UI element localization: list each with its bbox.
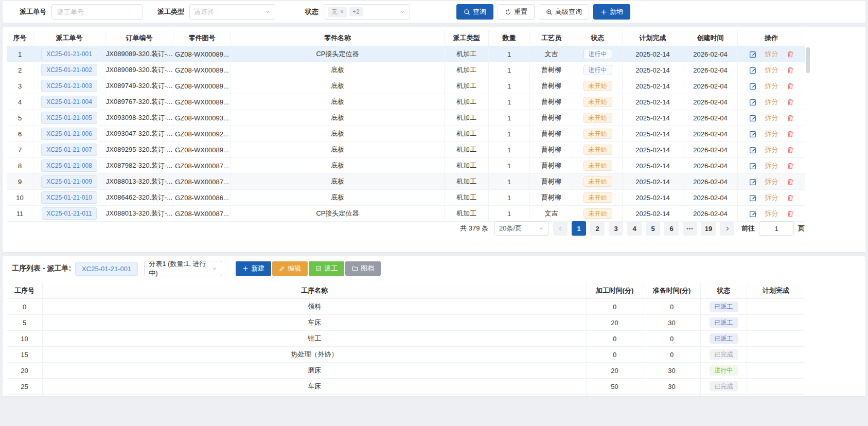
order-no-tag[interactable]: XC25-01-21-008 — [41, 159, 97, 172]
split-link[interactable]: 拆分 — [765, 209, 778, 218]
col-status: 状态 — [573, 30, 623, 46]
trash-icon[interactable] — [787, 98, 794, 106]
process-row[interactable]: 20 磨床 20 30 进行中 — [7, 363, 805, 379]
order-no-tag[interactable]: XC25-01-21-001 — [41, 48, 97, 60]
page-number-button[interactable]: 6 — [664, 221, 679, 236]
cell-part-no: GZ08-WX00089... — [173, 94, 231, 110]
split-link[interactable]: 拆分 — [765, 113, 778, 122]
page-number-button[interactable]: 5 — [646, 221, 660, 236]
split-link[interactable]: 拆分 — [765, 97, 778, 106]
cell-create-date: 2026-02-04 — [683, 110, 738, 126]
next-page-button[interactable] — [720, 221, 734, 236]
edit-icon[interactable] — [749, 82, 757, 90]
order-no-tag[interactable]: XC25-01-21-002 — [41, 64, 97, 76]
close-icon[interactable]: × — [340, 8, 344, 15]
order-no-tag[interactable]: XC25-01-21-006 — [41, 128, 97, 140]
split-link[interactable]: 拆分 — [765, 49, 778, 59]
cell-qty: 1 — [489, 62, 530, 78]
cell-operations: 拆分 — [738, 174, 805, 189]
split-link[interactable]: 拆分 — [765, 145, 778, 154]
filter-actions: 查询 重置 高级查询 新增 — [456, 4, 630, 20]
table-scrollbar[interactable] — [806, 31, 810, 247]
order-no-tag[interactable]: XC25-01-21-005 — [41, 112, 97, 124]
status-badge: 进行中 — [583, 65, 612, 75]
page-number-button[interactable]: 3 — [609, 221, 623, 236]
edit-process-button[interactable]: 编辑 — [272, 261, 308, 276]
trash-icon[interactable] — [787, 82, 794, 90]
cell-process-name: 热处理（外协） — [43, 347, 587, 362]
edit-icon[interactable] — [749, 210, 757, 218]
order-no-input[interactable] — [51, 4, 143, 20]
add-button[interactable]: 新增 — [593, 4, 630, 20]
process-row[interactable]: 10 钳工 0 0 已派工 — [7, 331, 805, 347]
table-row[interactable]: 7 XC25-01-21-007 JX089295-320.装订-... GZ0… — [7, 142, 805, 158]
process-row[interactable]: 25 车床 50 30 已完成 — [7, 379, 805, 395]
order-no-tag[interactable]: XC25-01-21-004 — [41, 96, 97, 108]
process-row[interactable]: 0 领料 0 0 已派工 — [7, 299, 805, 315]
edit-icon[interactable] — [749, 66, 757, 74]
table-row[interactable]: 9 XC25-01-21-009 JX088013-320.装订-... GZ0… — [7, 174, 805, 190]
edit-icon[interactable] — [749, 194, 757, 202]
split-link[interactable]: 拆分 — [765, 177, 778, 186]
order-no-tag[interactable]: XC25-01-21-011 — [42, 207, 97, 220]
trash-icon[interactable] — [787, 194, 794, 202]
edit-icon[interactable] — [749, 114, 757, 122]
table-row[interactable]: 11 XC25-01-21-011 JX088013-320.装订-... GZ… — [7, 206, 805, 222]
edit-icon[interactable] — [749, 162, 757, 170]
order-no-tag[interactable]: XC25-01-21-007 — [41, 144, 97, 156]
table-row[interactable]: 10 XC25-01-21-010 JX086462-320.装订-... GZ… — [7, 190, 805, 206]
new-process-button[interactable]: 新建 — [236, 261, 271, 276]
process-row[interactable]: 15 热处理（外协） 0 0 已完成 — [7, 347, 805, 363]
order-no-tag[interactable]: XC25-01-21-003 — [41, 80, 97, 92]
edit-icon[interactable] — [749, 178, 757, 186]
order-no-tag[interactable]: XC25-01-21-010 — [41, 191, 97, 204]
scrollbar-thumb[interactable] — [806, 47, 810, 73]
reset-button[interactable]: 重置 — [498, 4, 535, 20]
edit-icon[interactable] — [749, 98, 757, 106]
process-row[interactable]: 30 钳工 0 0 进行中 — [7, 395, 805, 396]
advanced-query-button[interactable]: 高级查询 — [539, 4, 589, 20]
page-number-button[interactable]: 4 — [627, 221, 642, 236]
table-row[interactable]: 8 XC25-01-21-008 JX087982-320.装订-... GZ0… — [7, 158, 805, 174]
goto-page-input[interactable] — [759, 221, 794, 236]
query-button[interactable]: 查询 — [456, 4, 493, 20]
page-size-select[interactable]: 20条/页 — [494, 221, 549, 236]
last-page-button[interactable]: 19 — [701, 221, 716, 236]
trash-icon[interactable] — [787, 162, 794, 170]
trash-icon[interactable] — [787, 146, 794, 154]
page-number-button[interactable]: 2 — [590, 221, 605, 236]
edit-icon[interactable] — [749, 50, 757, 58]
table-row[interactable]: 4 XC25-01-21-004 JX089767-320.装订-... GZ0… — [7, 94, 805, 110]
page-number-button[interactable]: 1 — [572, 221, 586, 236]
table-row[interactable]: 2 XC25-01-21-002 JX089089-320.装订-... GZ0… — [7, 62, 805, 78]
trash-icon[interactable] — [787, 210, 794, 218]
edit-icon[interactable] — [749, 130, 757, 138]
goto-label: 前往 — [741, 224, 755, 233]
type-select[interactable]: 请选择 — [189, 4, 275, 20]
more-pages-button[interactable]: ••• — [683, 221, 697, 236]
status-select[interactable]: 无 × +2 — [324, 4, 410, 20]
selected-order-tag[interactable]: XC25-01-21-001 — [75, 262, 138, 276]
trash-icon[interactable] — [787, 50, 794, 58]
split-link[interactable]: 拆分 — [765, 129, 778, 138]
split-link[interactable]: 拆分 — [765, 81, 778, 91]
sheet-select[interactable]: 分表1 (数量:1, 进行中) — [144, 261, 222, 276]
split-link[interactable]: 拆分 — [765, 65, 778, 75]
table-row[interactable]: 3 XC25-01-21-003 JX089749-320.装订-... GZ0… — [7, 78, 805, 94]
split-link[interactable]: 拆分 — [765, 193, 778, 202]
trash-icon[interactable] — [787, 114, 794, 122]
trash-icon[interactable] — [787, 178, 794, 186]
dispatch-button[interactable]: 派工 — [309, 261, 344, 276]
order-no-tag[interactable]: XC25-01-21-009 — [41, 175, 97, 188]
edit-icon[interactable] — [749, 146, 757, 154]
table-row[interactable]: 6 XC25-01-21-006 JX093047-320.装订-... GZ0… — [7, 126, 805, 142]
trash-icon[interactable] — [787, 130, 794, 138]
cell-index: 3 — [7, 78, 33, 94]
drawing-button[interactable]: 图档 — [345, 261, 381, 276]
trash-icon[interactable] — [787, 66, 794, 74]
prev-page-button[interactable] — [553, 221, 568, 236]
split-link[interactable]: 拆分 — [765, 161, 778, 170]
process-row[interactable]: 5 车床 20 30 已派工 — [7, 315, 805, 331]
table-row[interactable]: 5 XC25-01-21-005 JX093098-320.装订-... GZ0… — [7, 110, 805, 126]
table-row[interactable]: 1 XC25-01-21-001 JX089089-320.装订-... GZ0… — [7, 46, 805, 62]
